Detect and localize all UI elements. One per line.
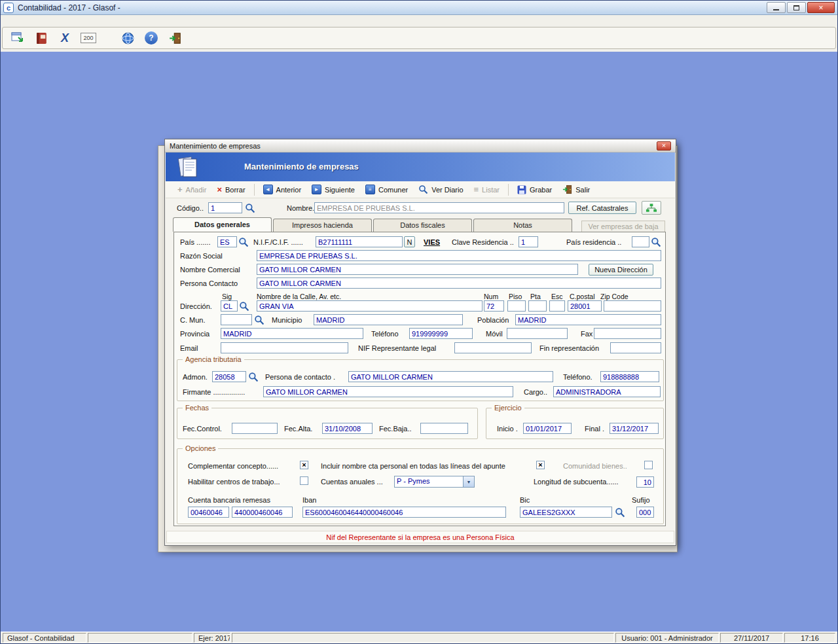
iban-input[interactable] — [302, 507, 506, 518]
fec-baja-input[interactable] — [420, 423, 468, 434]
zip-input[interactable] — [604, 300, 661, 312]
nombre-label: Nombre.. — [287, 204, 316, 212]
nombre-input[interactable] — [314, 202, 564, 213]
import-export-button[interactable] — [9, 29, 26, 46]
admon-input[interactable] — [212, 371, 246, 382]
ejercicio-final-label: Final . — [585, 425, 604, 433]
fechas-group-title: Fechas — [183, 404, 211, 412]
tab-notas[interactable]: Notas — [473, 219, 572, 232]
aeat-button[interactable]: X — [56, 29, 73, 46]
telefono-input[interactable] — [409, 328, 473, 339]
sufijo-input[interactable] — [636, 507, 654, 518]
nif-representante-input[interactable] — [454, 342, 532, 353]
tab-datos-generales[interactable]: Datos generales — [173, 217, 272, 232]
vies-link[interactable]: VIES — [424, 238, 440, 246]
fin-representacion-input[interactable] — [610, 342, 661, 353]
ref-catastrales-label: Ref. Catastrales — [577, 204, 628, 212]
comunidad-bienes-checkbox[interactable] — [644, 461, 653, 469]
exit-app-button[interactable] — [166, 29, 183, 46]
n-button[interactable]: N — [404, 236, 415, 247]
complementar-checkbox[interactable]: × — [300, 461, 308, 469]
agencia-telefono-input[interactable] — [600, 371, 659, 382]
calle-input[interactable] — [257, 300, 483, 312]
movil-label: Móvil — [486, 330, 503, 338]
admon-search-icon[interactable] — [248, 372, 259, 382]
fax-input[interactable] — [594, 328, 661, 339]
previous-icon: ◄ — [263, 185, 273, 194]
anterior-button[interactable]: ◄ Anterior — [258, 183, 307, 196]
provincia-input[interactable] — [221, 328, 363, 339]
dialog-titlebar[interactable]: Mantenimiento de empresas × — [165, 139, 676, 152]
clave-residencia-input[interactable] — [519, 236, 538, 247]
help-button[interactable]: ? — [143, 29, 160, 46]
tab-impresos-hacienda[interactable]: Impresos hacienda — [273, 219, 372, 232]
longitud-subcuenta-input[interactable] — [636, 476, 654, 488]
movil-input[interactable] — [507, 328, 568, 339]
ejercicio-final-input[interactable] — [610, 423, 659, 434]
statusbar: Glasof - Contabilidad Ejer: 2017 Usuario… — [1, 632, 837, 643]
firmante-input[interactable] — [263, 386, 513, 397]
ver-empresas-baja-button[interactable]: Ver empresas de baja — [581, 221, 665, 232]
sig-search-icon[interactable] — [239, 301, 249, 312]
habilitar-centros-checkbox[interactable] — [300, 476, 308, 485]
cuenta-input[interactable] — [232, 507, 293, 518]
cmun-input[interactable] — [221, 314, 252, 325]
cpostal-input[interactable] — [568, 300, 602, 312]
close-button[interactable]: × — [807, 2, 835, 13]
codigo-search-icon[interactable] — [245, 203, 255, 213]
exit-door-icon — [169, 32, 181, 45]
nueva-direccion-button[interactable]: Nueva Dirección — [589, 264, 653, 276]
bic-input[interactable] — [520, 507, 612, 518]
fec-control-input[interactable] — [232, 423, 278, 434]
fec-baja-label: Fec.Baja.. — [379, 425, 412, 433]
modelo-200-button[interactable]: 200 — [80, 29, 97, 46]
anadir-button[interactable]: + Añadir — [172, 184, 211, 195]
pta-input[interactable] — [528, 300, 547, 312]
nueva-direccion-label: Nueva Dirección — [594, 266, 647, 274]
comuner-button[interactable]: ≡ Comuner — [360, 183, 413, 196]
pais-residencia-input[interactable] — [632, 236, 649, 247]
pais-residencia-search-icon[interactable] — [651, 237, 661, 247]
persona-contacto-input[interactable] — [257, 277, 661, 289]
chevron-down-icon[interactable]: ▼ — [463, 476, 474, 487]
contacts-book-button[interactable] — [33, 29, 50, 46]
sig-input[interactable] — [221, 300, 238, 312]
dialog-close-button[interactable]: × — [657, 141, 671, 151]
minimize-button[interactable] — [767, 2, 786, 13]
banco-input[interactable] — [188, 507, 229, 518]
borrar-button[interactable]: × Borrar — [211, 184, 250, 195]
restore-button[interactable] — [787, 2, 806, 13]
ver-diario-button[interactable]: Ver Diario — [413, 183, 468, 196]
pais-search-icon[interactable] — [238, 237, 249, 247]
piso-input[interactable] — [507, 300, 526, 312]
razon-social-input[interactable] — [257, 250, 661, 261]
grabar-button[interactable]: Grabar — [512, 184, 557, 196]
window-chrome: X 200 ? — [1, 15, 837, 52]
email-input[interactable] — [221, 342, 348, 353]
incluir-nombre-checkbox[interactable]: × — [536, 461, 545, 469]
listar-button[interactable]: ≡ Listar — [469, 184, 505, 195]
dialog-banner: Mantenimiento de empresas — [166, 152, 675, 181]
num-input[interactable] — [484, 300, 504, 312]
poblacion-input[interactable] — [515, 314, 661, 325]
form-200-icon: 200 — [81, 33, 96, 43]
web-button[interactable] — [119, 29, 136, 46]
esc-input[interactable] — [549, 300, 565, 312]
ref-catastrales-button[interactable]: Ref. Catastrales — [568, 202, 636, 214]
pais-input[interactable] — [217, 236, 237, 247]
siguiente-button[interactable]: ► Siguiente — [306, 183, 360, 196]
nif-input[interactable] — [316, 236, 403, 247]
bic-search-icon[interactable] — [615, 507, 625, 518]
salir-button[interactable]: Salir — [557, 183, 595, 196]
nombre-comercial-input[interactable] — [257, 264, 578, 275]
codigo-input[interactable] — [208, 202, 242, 213]
cmun-search-icon[interactable] — [254, 315, 264, 325]
tab-datos-fiscales[interactable]: Datos fiscales — [373, 219, 472, 232]
municipio-input[interactable] — [314, 314, 463, 325]
ejercicio-inicio-input[interactable] — [523, 423, 572, 434]
fec-alta-input[interactable] — [322, 423, 373, 434]
org-chart-button[interactable] — [642, 201, 661, 215]
cuentas-anuales-select[interactable]: P - Pymes ▼ — [394, 476, 475, 488]
cargo-input[interactable] — [553, 386, 661, 397]
agencia-persona-input[interactable] — [348, 371, 553, 382]
